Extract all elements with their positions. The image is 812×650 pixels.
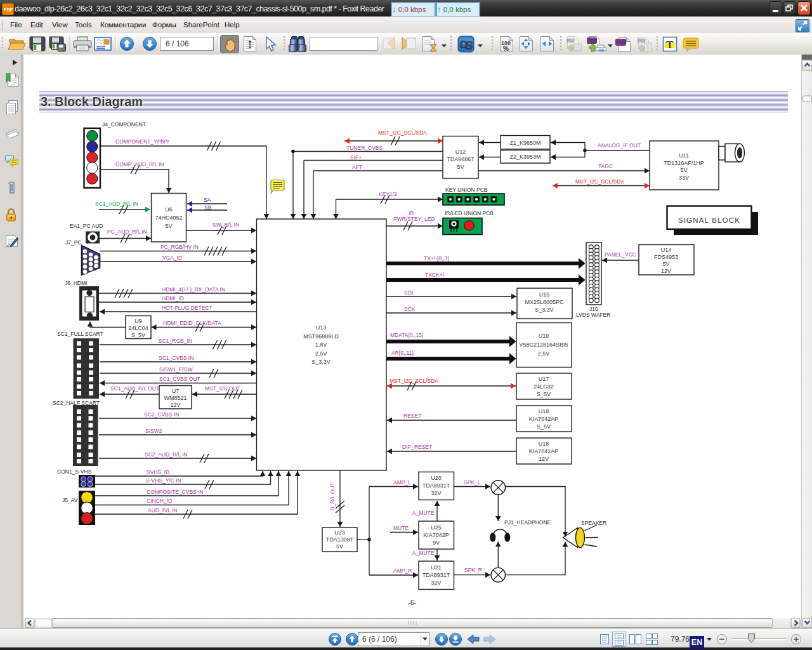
svg-text:PDF: PDF: [567, 39, 575, 43]
svg-text:TX+/-[0,,3]: TX+/-[0,,3]: [424, 255, 449, 262]
svg-text:-6-: -6-: [408, 599, 417, 606]
svg-text:AFT: AFT: [352, 164, 362, 170]
svg-text:SC2_AUD_R/L IN: SC2_AUD_R/L IN: [145, 451, 188, 458]
svg-text:SC1_AUD_R/L OUT: SC1_AUD_R/L OUT: [110, 385, 159, 392]
svg-text:PDF: PDF: [638, 39, 646, 43]
svg-text:PANEL_VCC: PANEL_VCC: [605, 251, 636, 258]
svg-text:MST_I2S OUT: MST_I2S OUT: [205, 385, 240, 392]
svg-text:SC2_HALF SCART: SC2_HALF SCART: [53, 400, 100, 406]
svg-text:SC1_RGB_IN: SC1_RGB_IN: [159, 338, 192, 344]
svg-text:Z2_K3953M: Z2_K3953M: [509, 154, 540, 160]
svg-text:CINCH_ID: CINCH_ID: [147, 498, 172, 504]
svg-text:MST_I2C_SCL/SDA: MST_I2C_SCL/SDA: [575, 178, 624, 185]
svg-text:SPK_L: SPK_L: [464, 479, 481, 486]
svg-text:MST_I2C_SCL/SDA: MST_I2C_SCL/SDA: [390, 378, 438, 384]
svg-text:J5_AV: J5_AV: [62, 497, 78, 503]
svg-text:S/SW1_F/SW: S/SW1_F/SW: [159, 366, 192, 373]
svg-text:A_MUTE: A_MUTE: [412, 510, 435, 516]
svg-text:SC1_CVBS OUT: SC1_CVBS OUT: [159, 376, 200, 382]
svg-text:S-VHS_Y/C IN: S-VHS_Y/C IN: [146, 477, 181, 484]
svg-text:J6_HDMI: J6_HDMI: [65, 280, 87, 286]
svg-text:SC1_FULL SCART: SC1_FULL SCART: [57, 331, 103, 337]
svg-text:ANALOG_IF OUT: ANALOG_IF OUT: [598, 142, 641, 149]
svg-text:SCK: SCK: [404, 306, 416, 312]
svg-text:SDI: SDI: [404, 289, 413, 296]
svg-text:SIGNAL BLOCK: SIGNAL BLOCK: [678, 216, 740, 224]
svg-text:Z1_K9650M: Z1_K9650M: [509, 140, 540, 146]
svg-text:PC_AUD_R/L IN: PC_AUD_R/L IN: [107, 229, 147, 235]
svg-text:PDF: PDF: [588, 39, 598, 43]
svg-text:6 / 106: 6 / 106: [166, 39, 189, 48]
svg-text:SIF+: SIF+: [350, 154, 362, 161]
svg-text:TUNER_CVBS: TUNER_CVBS: [346, 145, 383, 151]
svg-text:PDF: PDF: [617, 39, 627, 45]
svg-text:S/SW2: S/SW2: [145, 428, 162, 434]
svg-text:COMP_AUD_R/L IN: COMP_AUD_R/L IN: [115, 161, 164, 168]
svg-text:HOT PLUG DETECT: HOT PLUG DETECT: [162, 305, 213, 311]
svg-text:S: S: [465, 39, 473, 52]
svg-text:COMPOSITE_CVBS IN: COMPOSITE_CVBS IN: [147, 489, 204, 495]
svg-text:HDMI_ID: HDMI_ID: [162, 295, 184, 302]
svg-text:J4_COMPONENT: J4_COMPONENT: [102, 121, 146, 128]
svg-text:S_R/L OUT: S_R/L OUT: [329, 482, 336, 510]
svg-text:AMP_L: AMP_L: [393, 479, 411, 486]
svg-text:DIP_RESET: DIP_RESET: [402, 444, 432, 450]
svg-text:A_MUTE: A_MUTE: [412, 550, 435, 556]
svg-text:PJ1_HEADPHONE: PJ1_HEADPHONE: [504, 519, 551, 526]
svg-text:KEY UNION PCB: KEY UNION PCB: [445, 187, 488, 193]
svg-text:CON1_S-VHS: CON1_S-VHS: [57, 468, 92, 475]
svg-text:AUD_R/L IN: AUD_R/L IN: [148, 507, 177, 514]
svg-text:SPK_R: SPK_R: [464, 567, 482, 573]
svg-text:SVHS_ID: SVHS_ID: [147, 469, 169, 475]
svg-text:T: T: [666, 39, 674, 51]
svg-text:TAGC: TAGC: [598, 163, 613, 169]
svg-text:PC_RGB/HV IN: PC_RGB/HV IN: [160, 244, 199, 250]
svg-text:MUTE: MUTE: [393, 525, 409, 531]
svg-text:SC1_CVBS IN: SC1_CVBS IN: [159, 355, 193, 361]
svg-text:EA1_PC AUD: EA1_PC AUD: [70, 223, 103, 229]
svg-text:HDMI_EDID_CLK/DATA: HDMI_EDID_CLK/DATA: [163, 320, 221, 326]
svg-text:SPEAKER: SPEAKER: [581, 520, 606, 526]
svg-text:%: %: [503, 45, 509, 52]
svg-text:SB: SB: [204, 204, 212, 211]
svg-text:MST_I2C_SCL/SDA: MST_I2C_SCL/SDA: [378, 129, 427, 136]
svg-text:AR[0,,11]: AR[0,,11]: [391, 350, 414, 356]
svg-text:IR/LED UNION PCB: IR/LED UNION PCB: [445, 210, 494, 216]
svg-text:MDATA[0,,15]: MDATA[0,,15]: [390, 332, 423, 338]
svg-text:TXCK+/-: TXCK+/-: [425, 272, 446, 278]
svg-text:HDMI_4(+/-)_RX_DATA IN: HDMI_4(+/-)_RX_DATA IN: [162, 286, 225, 293]
svg-text:PWR/STBY_LED: PWR/STBY_LED: [393, 216, 435, 222]
svg-text:6 (6 / 106): 6 (6 / 106): [362, 635, 397, 644]
svg-text:SC1_AUD_R/L IN: SC1_AUD_R/L IN: [95, 201, 138, 207]
svg-text:RESET: RESET: [403, 413, 421, 419]
svg-text:SW_R/L IN: SW_R/L IN: [213, 222, 239, 228]
svg-text:VGA_ID: VGA_ID: [162, 255, 182, 261]
svg-text:LVDS WAFER: LVDS WAFER: [576, 312, 610, 318]
svg-text:SA: SA: [204, 197, 211, 203]
svg-text:AMP_R: AMP_R: [393, 567, 412, 574]
svg-text:KEY1/2: KEY1/2: [379, 191, 397, 197]
svg-text:3. Block Diagram: 3. Block Diagram: [41, 94, 143, 109]
svg-text:COMPONENT_YPbPr: COMPONENT_YPbPr: [115, 138, 169, 145]
svg-text:SC2_CVBS IN: SC2_CVBS IN: [144, 411, 179, 418]
svg-text:J7_PC: J7_PC: [65, 239, 82, 246]
